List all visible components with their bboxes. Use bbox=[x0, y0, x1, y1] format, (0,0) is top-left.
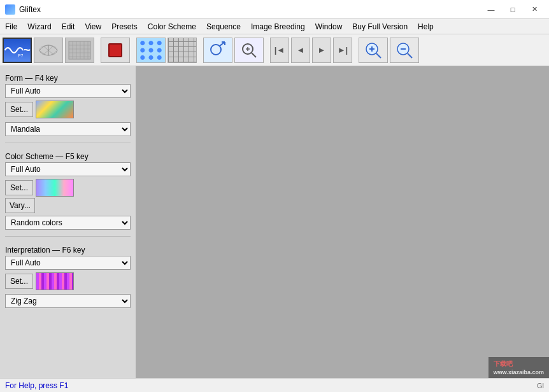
interp-dropdown-row: Full Auto Manual Semi Auto bbox=[5, 256, 131, 270]
titlebar: Gliftex — □ ✕ bbox=[0, 0, 549, 19]
wave-toolbar-button[interactable]: F7 bbox=[3, 38, 32, 63]
nav-first-button[interactable]: |◄ bbox=[270, 38, 289, 63]
zoom-out-icon bbox=[394, 40, 415, 60]
toolbar-separator-1 bbox=[96, 38, 99, 63]
menu-view[interactable]: View bbox=[80, 19, 106, 34]
interp-set-row: Set... bbox=[5, 272, 131, 290]
watermark: 下载吧 www.xiazaiba.com bbox=[488, 357, 549, 378]
section-divider-1 bbox=[5, 143, 131, 143]
menu-help[interactable]: Help bbox=[413, 19, 439, 34]
window-controls: — □ ✕ bbox=[481, 3, 544, 17]
menu-color-scheme[interactable]: Color Scheme bbox=[143, 19, 201, 34]
status-app-label: Gl bbox=[537, 382, 544, 389]
interp-sub-dropdown-row: Zig Zag Linear Circular bbox=[5, 294, 131, 308]
svg-point-15 bbox=[211, 45, 221, 55]
menu-edit[interactable]: Edit bbox=[57, 19, 80, 34]
grid-toolbar-button[interactable] bbox=[168, 38, 197, 63]
zoom-out-button[interactable] bbox=[390, 38, 419, 63]
form-sub-dropdown-row: Mandala Spiral Fractal bbox=[5, 122, 131, 136]
svg-text:F7: F7 bbox=[18, 53, 23, 59]
menu-file[interactable]: File bbox=[0, 19, 22, 34]
main-content: Form — F4 key Full Auto Manual Semi Auto… bbox=[0, 66, 549, 378]
interp-set-button[interactable]: Set... bbox=[5, 274, 33, 289]
toolbar-separator-5 bbox=[354, 38, 357, 63]
texture-icon bbox=[68, 40, 92, 60]
wave-icon: F7 bbox=[4, 40, 23, 60]
color-vary-button[interactable]: Vary... bbox=[5, 198, 35, 213]
color-dropdown-row: Full Auto Manual Semi Auto bbox=[5, 162, 131, 176]
app-icon bbox=[5, 4, 15, 15]
form-preview bbox=[36, 101, 74, 118]
canvas-area[interactable]: 下载吧 www.xiazaiba.com bbox=[136, 66, 549, 378]
texture-toolbar-button[interactable] bbox=[65, 38, 94, 63]
interp-preview bbox=[36, 272, 74, 290]
left-panel: Form — F4 key Full Auto Manual Semi Auto… bbox=[0, 66, 136, 378]
color-auto-dropdown[interactable]: Full Auto Manual Semi Auto bbox=[5, 162, 131, 176]
color-set-button[interactable]: Set... bbox=[5, 180, 33, 195]
maximize-button[interactable]: □ bbox=[503, 3, 522, 17]
menu-wizard[interactable]: Wizard bbox=[22, 19, 56, 34]
toolbar-separator-2 bbox=[132, 38, 134, 63]
color-set-row: Set... bbox=[5, 179, 131, 197]
search-icon bbox=[239, 41, 259, 60]
nav-next-button[interactable]: ► bbox=[312, 38, 331, 63]
window-title: Gliftex bbox=[19, 5, 481, 14]
color-preview bbox=[36, 179, 74, 197]
interpretation-section: Interpretation — F6 key Full Auto Manual… bbox=[5, 243, 131, 308]
gender-icon bbox=[208, 41, 227, 60]
menubar: File Wizard Edit View Presets Color Sche… bbox=[0, 19, 549, 34]
interp-preview-image bbox=[36, 273, 73, 290]
toolbar: F7 bbox=[0, 34, 549, 66]
section-divider-2 bbox=[5, 236, 131, 237]
pattern-toolbar-button[interactable] bbox=[136, 38, 166, 63]
svg-line-26 bbox=[376, 53, 381, 58]
interp-sub-dropdown[interactable]: Zig Zag Linear Circular bbox=[5, 294, 131, 308]
form-section: Form — F4 key Full Auto Manual Semi Auto… bbox=[5, 71, 131, 136]
stop-toolbar-button[interactable] bbox=[101, 38, 130, 63]
form-preview-image bbox=[36, 101, 73, 118]
feather-toolbar-button[interactable] bbox=[34, 38, 63, 63]
menu-window[interactable]: Window bbox=[310, 19, 348, 34]
color-sub-dropdown-row: Random colors Pastel Vivid bbox=[5, 216, 131, 230]
statusbar: For Help, press F1 Gl bbox=[0, 378, 549, 392]
form-sub-dropdown[interactable]: Mandala Spiral Fractal bbox=[5, 122, 131, 136]
form-auto-dropdown[interactable]: Full Auto Manual Semi Auto bbox=[5, 84, 131, 98]
form-set-button[interactable]: Set... bbox=[5, 102, 33, 117]
toolbar-separator-3 bbox=[199, 38, 201, 63]
close-button[interactable]: ✕ bbox=[525, 3, 544, 17]
menu-buy[interactable]: Buy Full Version bbox=[347, 19, 413, 34]
color-sub-dropdown[interactable]: Random colors Pastel Vivid bbox=[5, 216, 131, 230]
menu-image-breeding[interactable]: Image Breeding bbox=[246, 19, 310, 34]
menu-sequence[interactable]: Sequence bbox=[201, 19, 246, 34]
form-section-label: Form — F4 key bbox=[5, 74, 131, 83]
svg-line-29 bbox=[408, 53, 412, 58]
status-help-text: For Help, press F1 bbox=[5, 381, 68, 390]
nav-prev-button[interactable]: ◄ bbox=[291, 38, 310, 63]
stop-icon bbox=[108, 43, 122, 57]
nav-last-button[interactable]: ►| bbox=[333, 38, 352, 63]
search-toolbar-button[interactable] bbox=[234, 38, 264, 63]
menu-presets[interactable]: Presets bbox=[106, 19, 143, 34]
interpretation-section-label: Interpretation — F6 key bbox=[5, 246, 131, 255]
zoom-in-icon bbox=[363, 40, 383, 60]
minimize-button[interactable]: — bbox=[481, 3, 501, 17]
svg-line-20 bbox=[252, 53, 256, 57]
form-dropdown-row: Full Auto Manual Semi Auto bbox=[5, 84, 131, 98]
zoom-in-button[interactable] bbox=[359, 38, 388, 63]
interp-auto-dropdown[interactable]: Full Auto Manual Semi Auto bbox=[5, 256, 131, 270]
toolbar-separator-4 bbox=[266, 38, 268, 63]
color-scheme-section: Color Scheme — F5 key Full Auto Manual S… bbox=[5, 150, 131, 230]
gender-toolbar-button[interactable] bbox=[203, 38, 232, 63]
feather-icon bbox=[36, 40, 61, 60]
color-vary-row: Vary... bbox=[5, 198, 131, 213]
color-scheme-section-label: Color Scheme — F5 key bbox=[5, 152, 131, 161]
form-set-row: Set... bbox=[5, 101, 131, 118]
color-preview-image bbox=[36, 179, 73, 196]
